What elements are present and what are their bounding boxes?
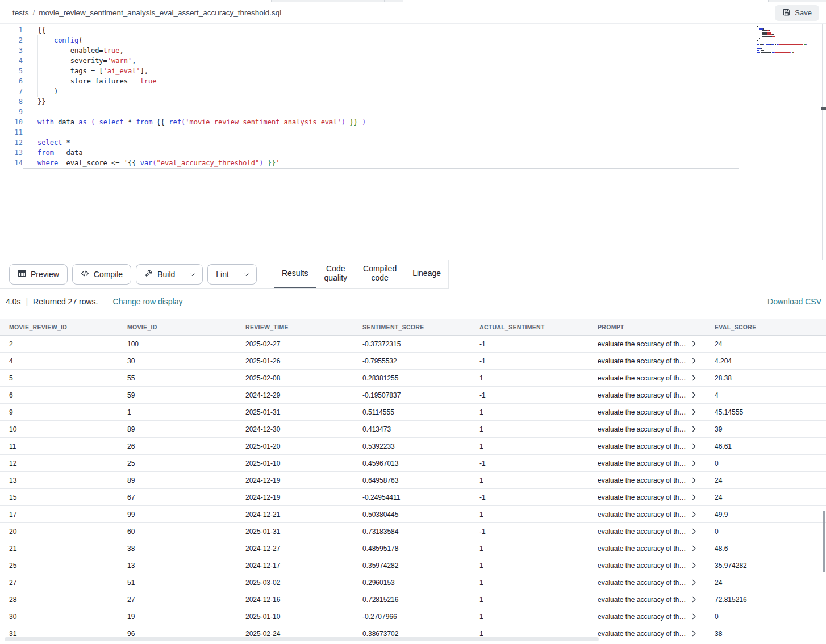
table-row: 11262025-01-200.53922331evaluate the acc… (0, 438, 826, 455)
file-tab-fragment[interactable] (385, 0, 403, 2)
chevron-right-icon[interactable] (692, 579, 696, 586)
cell-eval_score: 39 (706, 421, 826, 438)
editor-scrollbar-thumb[interactable] (821, 107, 826, 110)
prompt-text: evaluate the accuracy of the res… (598, 511, 688, 518)
code-area[interactable]: 1{{2 config(3 enabled=true,4 severity='w… (0, 24, 826, 168)
cell-review_time: 2024-12-17 (236, 557, 353, 574)
cell-review_time: 2024-12-19 (236, 472, 353, 489)
code-line[interactable]: 11 (0, 127, 826, 137)
code-line-text: ) (23, 86, 58, 97)
build-label: Build (157, 270, 175, 279)
change-row-display-link[interactable]: Change row display (113, 297, 183, 306)
prompt-text: evaluate the accuracy of the res… (598, 476, 688, 484)
chevron-right-icon[interactable] (692, 375, 696, 381)
tab-compiled-code[interactable]: Compiled code (355, 260, 404, 288)
prompt-cell: evaluate the accuracy of the res… (589, 557, 706, 574)
code-line[interactable]: 5 tags = ['ai_eval'], (0, 66, 826, 76)
table-row: 21382024-12-270.485951781evaluate the ac… (0, 540, 826, 557)
cell-actual_sentiment: 1 (470, 540, 589, 557)
tab-lineage[interactable]: Lineage (404, 260, 449, 288)
preview-button[interactable]: Preview (9, 264, 68, 285)
build-dropdown-button[interactable] (182, 264, 203, 285)
lint-button[interactable]: Lint (207, 264, 236, 285)
code-line[interactable]: 12select * (0, 137, 826, 148)
tab-code-quality[interactable]: Code quality (316, 260, 355, 288)
minimap-line (757, 50, 816, 51)
cell-eval_score: 49.9 (706, 506, 826, 523)
chevron-right-icon[interactable] (692, 562, 696, 568)
table-horizontal-scrollbar-thumb[interactable] (5, 637, 599, 641)
minimap-line (757, 26, 816, 27)
code-editor[interactable]: 1{{2 config(3 enabled=true,4 severity='w… (0, 24, 826, 260)
cell-review_time: 2025-01-31 (236, 523, 353, 540)
code-line[interactable]: 7 ) (0, 86, 826, 97)
compile-label: Compile (94, 270, 123, 279)
chevron-right-icon[interactable] (692, 409, 696, 415)
cell-review_time: 2024-12-29 (236, 387, 353, 404)
cell-movie_id: 89 (118, 472, 236, 489)
file-tab-fragment[interactable] (271, 0, 385, 2)
code-line[interactable]: 3 enabled=true, (0, 45, 826, 56)
prompt-cell: evaluate the accuracy of the res… (589, 370, 706, 387)
cell-eval_score: 0 (706, 523, 826, 540)
chevron-right-icon[interactable] (692, 426, 696, 432)
line-number: 10 (0, 117, 23, 127)
compile-button[interactable]: Compile (72, 264, 131, 285)
results-table: MOVIE_REVIEW_IDMOVIE_IDREVIEW_TIMESENTIM… (0, 319, 826, 642)
cell-sentiment_score: 0.45967013 (353, 455, 470, 472)
prompt-cell: evaluate the accuracy of the res… (589, 591, 706, 608)
cell-sentiment_score: 0.28381255 (353, 370, 470, 387)
code-line[interactable]: 10with data as ( select * from {{ ref('m… (0, 117, 826, 127)
download-csv-link[interactable]: Download CSV (767, 297, 821, 306)
prompt-text: evaluate the accuracy of the res… (598, 579, 688, 587)
file-tab-fragment[interactable] (768, 0, 826, 2)
code-line[interactable]: 8}} (0, 97, 826, 107)
cell-review_time: 2024-12-30 (236, 421, 353, 438)
chevron-right-icon[interactable] (692, 596, 696, 603)
code-line[interactable]: 2 config( (0, 35, 826, 45)
table-row: 13892024-12-190.649587631evaluate the ac… (0, 472, 826, 489)
tab-results[interactable]: Results (274, 260, 316, 288)
chevron-right-icon[interactable] (692, 494, 696, 500)
code-line[interactable]: 1{{ (0, 25, 826, 35)
cell-movie_id: 1 (118, 404, 236, 421)
chevron-right-icon[interactable] (692, 511, 696, 517)
cell-actual_sentiment: 1 (470, 557, 589, 574)
chevron-right-icon[interactable] (692, 630, 696, 637)
code-line[interactable]: 14where eval_score <= '{{ var("eval_accu… (0, 158, 826, 168)
code-line[interactable]: 13from data (0, 148, 826, 158)
code-line[interactable]: 6 store_failures = true (0, 76, 826, 86)
table-vertical-scrollbar-thumb[interactable] (823, 511, 825, 572)
chevron-right-icon[interactable] (692, 341, 696, 347)
line-number: 7 (0, 86, 23, 97)
chevron-right-icon[interactable] (692, 545, 696, 551)
cell-eval_score: 48.6 (706, 540, 826, 557)
lint-dropdown-button[interactable] (236, 264, 257, 285)
cell-eval_score: 24 (706, 574, 826, 591)
column-header-prompt: PROMPT (589, 319, 706, 336)
editor-minimap[interactable] (757, 26, 816, 54)
code-line[interactable]: 9 (0, 107, 826, 117)
cell-movie_review_id: 2 (0, 336, 118, 353)
line-number: 2 (0, 35, 23, 45)
chevron-right-icon[interactable] (692, 477, 696, 483)
chevron-right-icon[interactable] (692, 613, 696, 620)
chevron-right-icon[interactable] (692, 443, 696, 449)
prompt-text: evaluate the accuracy of the res… (598, 596, 688, 604)
chevron-right-icon[interactable] (692, 460, 696, 466)
chevron-right-icon[interactable] (692, 358, 696, 364)
table-row: 20602025-01-310.73183584-1evaluate the a… (0, 523, 826, 540)
chevron-right-icon[interactable] (692, 528, 696, 534)
build-button[interactable]: Build (136, 264, 182, 285)
table-row: 25132024-12-170.359742821evaluate the ac… (0, 557, 826, 574)
save-button[interactable]: Save (775, 5, 819, 21)
chevron-right-icon[interactable] (692, 392, 696, 398)
prompt-text: evaluate the accuracy of the res… (598, 528, 688, 536)
line-number: 6 (0, 76, 23, 86)
cell-movie_id: 38 (118, 540, 236, 557)
prompt-text: evaluate the accuracy of the res… (598, 613, 688, 621)
indent-guide (56, 45, 56, 86)
column-header-movie_id: MOVIE_ID (118, 319, 236, 336)
code-line[interactable]: 4 severity='warn', (0, 56, 826, 66)
query-duration: 4.0s (6, 297, 20, 306)
